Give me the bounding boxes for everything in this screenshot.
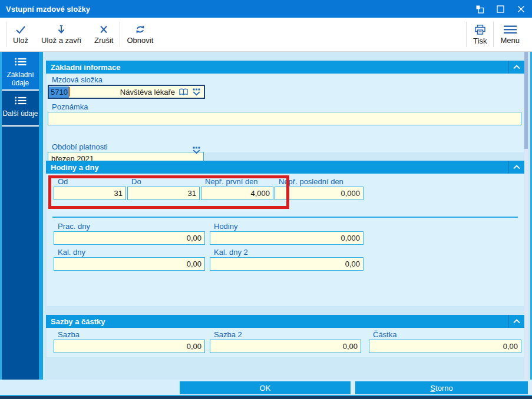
field-nepr-posledni-den: Nepř. poslední den (275, 177, 364, 200)
prac-dny-label: Prac. dny (54, 222, 205, 231)
content-scrollbar[interactable] (524, 52, 528, 380)
field-castka: Částka (369, 330, 521, 353)
od-input[interactable] (54, 187, 126, 200)
storno-button-label-accel: S (430, 384, 435, 393)
field-mzdova-slozka: Mzdová složka 5710 Návštěva lékaře (48, 75, 205, 99)
x-icon (98, 24, 110, 35)
field-hodiny: Hodiny (210, 222, 364, 245)
od-label: Od (54, 177, 126, 186)
refresh-button[interactable]: Obnovit (120, 18, 160, 51)
maximize-icon[interactable] (495, 4, 505, 14)
save-button-label: Ulož (13, 36, 28, 45)
ok-button-label: OK (260, 384, 271, 393)
nepr-prvni-den-label: Nepř. první den (201, 177, 273, 186)
field-poznamka: Poznámka (48, 102, 521, 125)
field-od: Od (54, 177, 126, 200)
castka-input[interactable] (369, 340, 521, 353)
kal-dny-2-label: Kal. dny 2 (210, 248, 364, 257)
kal-dny-label: Kal. dny (54, 248, 205, 257)
nepr-posledni-den-label: Nepř. poslední den (275, 177, 364, 186)
hodiny-input[interactable] (210, 231, 364, 245)
sazba-2-label: Sazba 2 (210, 330, 361, 339)
cancel-button[interactable]: Zrušit (88, 18, 120, 51)
hodiny-label: Hodiny (210, 222, 364, 231)
mzdova-slozka-code: 5710 (49, 87, 69, 98)
kal-dny-input[interactable] (54, 257, 205, 271)
storno-button-label: torno (435, 384, 453, 393)
section-rates-amounts: Sazby a částky Sazba Sazba 2 Částka (46, 315, 524, 358)
nepr-prvni-den-input[interactable] (201, 187, 273, 200)
storno-button[interactable]: Storno (355, 381, 528, 394)
titlebar: Vstupní mzdové složky (0, 0, 532, 18)
section-hours-days-header: Hodiny a dny (46, 161, 524, 174)
print-button-label: Tisk (473, 36, 487, 45)
menu-button[interactable]: Menu (494, 18, 526, 51)
book-icon[interactable] (179, 88, 189, 96)
mzdova-slozka-field[interactable]: 5710 Návštěva lékaře (48, 85, 205, 99)
list-icon (14, 96, 27, 105)
sidebar-accent-strip (39, 52, 43, 380)
field-sazba-2: Sazba 2 (210, 330, 361, 353)
do-input[interactable] (127, 187, 200, 200)
field-sazba: Sazba (54, 330, 205, 353)
poznamka-input[interactable] (48, 112, 521, 125)
sidebar-tab-basic[interactable]: Základní údaje (2, 52, 39, 91)
form-content: Základní informace Mzdová složka 5710 Ná… (43, 52, 530, 380)
section-hours-days-title: Hodiny a dny (51, 163, 99, 172)
sidebar-tab-basic-label: Základní údaje (2, 71, 39, 87)
toolbar: Ulož Ulož a zavři Zrušit Obnovit Tisk (0, 18, 532, 52)
printer-icon (474, 24, 487, 35)
kal-dny-2-input[interactable] (210, 257, 364, 271)
dropdown-combo-icon[interactable] (192, 88, 201, 96)
section-rates-amounts-title: Sazby a částky (51, 317, 105, 326)
sazba-label: Sazba (54, 330, 205, 339)
arrow-down-icon (55, 24, 67, 35)
poznamka-label: Poznámka (48, 102, 521, 111)
section-basic-info: Základní informace Mzdová složka 5710 Ná… (46, 61, 524, 153)
collapse-chevron-icon[interactable] (508, 315, 524, 328)
field-kal-dny: Kal. dny (54, 248, 205, 271)
field-do: Do (127, 177, 200, 200)
field-nepr-prvni-den: Nepř. první den (201, 177, 273, 200)
sidebar-tab-other[interactable]: Další údaje (2, 91, 39, 127)
save-button[interactable]: Ulož (6, 18, 35, 51)
window-bottom-shadow (0, 396, 532, 399)
collapse-chevron-icon[interactable] (508, 61, 524, 74)
nepr-posledni-den-input[interactable] (275, 187, 364, 200)
obdobi-platnosti-label: Období platnosti (48, 142, 204, 151)
mzdova-slozka-name: Návštěva lékaře (120, 88, 175, 97)
sazba-2-input[interactable] (210, 340, 361, 353)
list-icon (14, 57, 27, 66)
section-basic-info-header: Základní informace (46, 61, 524, 74)
sidebar: Základní údaje Další údaje (2, 52, 39, 380)
section-rates-amounts-header: Sazby a částky (46, 315, 524, 328)
ok-button[interactable]: OK (180, 381, 351, 394)
scrollbar-thumb[interactable] (524, 52, 528, 149)
sazba-input[interactable] (54, 340, 205, 353)
print-button[interactable]: Tisk (467, 18, 493, 51)
field-prac-dny: Prac. dny (54, 222, 205, 245)
castka-label: Částka (369, 330, 521, 339)
field-kal-dny-2: Kal. dny 2 (210, 248, 364, 271)
check-icon (15, 24, 27, 35)
close-icon[interactable] (516, 4, 526, 14)
save-close-button[interactable]: Ulož a zavři (35, 18, 88, 51)
toolbar-right-group: Tisk Menu (466, 18, 526, 51)
do-label: Do (127, 177, 200, 186)
refresh-icon (134, 24, 146, 35)
footer: OK Storno (0, 380, 532, 395)
refresh-button-label: Obnovit (127, 36, 153, 45)
restore-icon[interactable] (474, 4, 485, 14)
section-hours-days: Hodiny a dny Od Do Nepř. první den Nepř.… (46, 161, 524, 307)
window-controls (474, 4, 526, 14)
collapse-chevron-icon[interactable] (508, 161, 524, 174)
section-basic-info-title: Základní informace (51, 63, 120, 72)
save-close-button-label: Ulož a zavři (41, 36, 81, 45)
window-title: Vstupní mzdové složky (6, 5, 90, 14)
hamburger-icon (503, 24, 517, 35)
section-divider-line (52, 217, 518, 218)
dropdown-combo-icon[interactable] (192, 147, 201, 154)
sidebar-tab-other-label: Další údaje (2, 109, 38, 118)
prac-dny-input[interactable] (54, 231, 205, 245)
mzdova-slozka-label: Mzdová složka (48, 75, 205, 84)
